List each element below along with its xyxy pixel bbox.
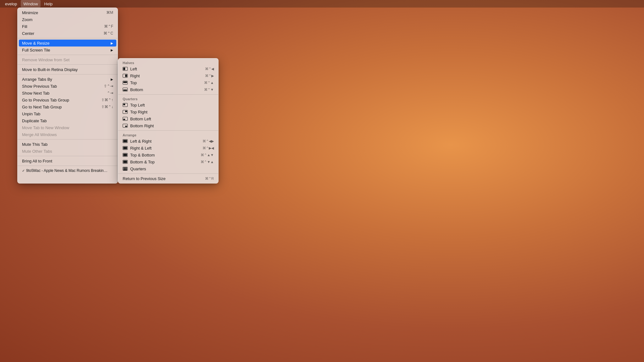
menu-item-minimize[interactable]: Minimize ⌘M	[18, 9, 118, 16]
left-icon	[123, 67, 128, 71]
top-right-icon	[123, 110, 128, 114]
right-icon	[123, 74, 128, 78]
menu-item-merge-windows: Merge All Windows	[18, 131, 118, 138]
submenu-bottom[interactable]: Bottom ⌘⌃▼	[118, 86, 218, 93]
menu-item-duplicate-tab[interactable]: Duplicate Tab	[18, 117, 118, 124]
submenu-top-left[interactable]: Top Left	[118, 101, 218, 108]
separator-6	[18, 156, 118, 156]
quarters-header: Quarters	[118, 96, 218, 101]
top-left-icon	[123, 103, 128, 107]
menu-item-prev-tab-group[interactable]: Go to Previous Tab Group ⇧⌘⌃↑	[18, 96, 118, 103]
arrange-header: Arrange	[118, 132, 218, 138]
submenu-sep-1	[118, 94, 218, 95]
submenu-top[interactable]: Top ⌘⌃▲	[118, 79, 218, 86]
top-icon	[123, 81, 128, 85]
submenu-top-bottom[interactable]: Top & Bottom ⌘⌃▲▼	[118, 151, 218, 158]
submenu-quarters[interactable]: Quarters	[118, 165, 218, 172]
menu-container: Minimize ⌘M Zoom Fill ⌘⌃F Center ⌘⌃C Mov…	[17, 8, 219, 184]
submenu-top-right[interactable]: Top Right	[118, 108, 218, 115]
submenu-bottom-right[interactable]: Bottom Right	[118, 122, 218, 129]
move-resize-submenu: Halves Left ⌘⌃◀ Right ⌘⌃▶ Top ⌘⌃▲ Bottom…	[118, 58, 219, 184]
bottom-top-icon	[123, 160, 128, 164]
menu-item-checked-tab[interactable]: ✓ 9to5Mac - Apple News & Mac Rumors Brea…	[18, 167, 118, 174]
menu-item-bring-front[interactable]: Bring All to Front	[18, 157, 118, 164]
separator-2	[18, 55, 118, 55]
menu-item-mute-tab[interactable]: Mute This Tab	[18, 141, 118, 148]
top-bottom-icon	[123, 153, 128, 157]
bottom-right-icon	[123, 124, 128, 128]
right-left-icon	[123, 146, 128, 150]
menu-item-unpin-tab[interactable]: Unpin Tab	[18, 110, 118, 117]
menu-item-move-resize[interactable]: Move & Resize ▶	[19, 40, 116, 47]
menu-item-center[interactable]: Center ⌘⌃C	[18, 30, 118, 37]
menu-item-remove-window: Remove Window from Set	[18, 56, 118, 63]
submenu-left[interactable]: Left ⌘⌃◀	[118, 65, 218, 72]
submenu-return-size[interactable]: Return to Previous Size ⌘⌃R	[118, 175, 218, 182]
menu-item-mute-other: Mute Other Tabs	[18, 148, 118, 155]
halves-header: Halves	[118, 60, 218, 65]
menubar-window[interactable]: Window	[21, 0, 40, 8]
submenu-sep-2	[118, 130, 218, 131]
menu-item-show-next-tab[interactable]: Show Next Tab ⌃⇥	[18, 90, 118, 96]
menu-item-fill[interactable]: Fill ⌘⌃F	[18, 23, 118, 30]
separator-5	[18, 139, 118, 140]
submenu-sep-3	[118, 173, 218, 174]
menu-item-arrange-tabs[interactable]: Arrange Tabs By ▶	[18, 76, 118, 83]
submenu-right-left[interactable]: Right & Left ⌘⌃▶◀	[118, 145, 218, 151]
menubar: evelop Window Help	[0, 0, 644, 8]
separator-1	[18, 38, 118, 38]
separator-3	[18, 64, 118, 65]
menu-item-next-tab-group[interactable]: Go to Next Tab Group ⇧⌘⌃↓	[18, 103, 118, 110]
menubar-help[interactable]: Help	[42, 0, 55, 8]
bottom-left-icon	[123, 117, 128, 121]
menubar-develop[interactable]: evelop	[3, 0, 19, 8]
submenu-left-right[interactable]: Left & Right ⌘⌃◀▶	[118, 138, 218, 145]
quarters-icon	[123, 167, 128, 171]
window-menu: Minimize ⌘M Zoom Fill ⌘⌃F Center ⌘⌃C Mov…	[17, 8, 118, 184]
submenu-right[interactable]: Right ⌘⌃▶	[118, 72, 218, 79]
submenu-bottom-top[interactable]: Bottom & Top ⌘⌃▼▲	[118, 158, 218, 165]
left-right-icon	[123, 139, 128, 143]
bottom-icon	[123, 88, 128, 91]
submenu-bottom-left[interactable]: Bottom Left	[118, 115, 218, 122]
menu-item-move-display[interactable]: Move to Built-in Retina Display	[18, 66, 118, 73]
menu-item-fullscreen-tile[interactable]: Full Screen Tile ▶	[18, 47, 118, 53]
separator-4	[18, 74, 118, 74]
menu-item-zoom[interactable]: Zoom	[18, 16, 118, 23]
separator-7	[18, 166, 118, 166]
menu-item-show-prev-tab[interactable]: Show Previous Tab ⇧⌃⇥	[18, 83, 118, 90]
menu-item-move-tab-new: Move Tab to New Window	[18, 124, 118, 131]
